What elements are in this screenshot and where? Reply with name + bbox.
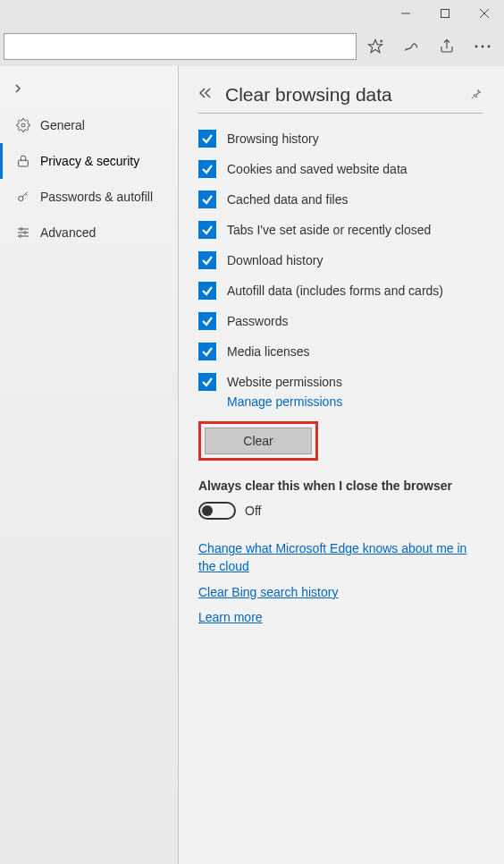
svg-point-15 <box>21 228 23 231</box>
check-tabs-aside[interactable]: Tabs I've set aside or recently closed <box>198 221 483 239</box>
check-browsing-history[interactable]: Browsing history <box>198 130 483 148</box>
close-button[interactable] <box>465 0 504 27</box>
check-passwords[interactable]: Passwords <box>198 312 483 330</box>
check-label: Cached data and files <box>227 192 348 207</box>
toggle-knob <box>202 505 213 516</box>
check-label: Autofill data (includes forms and cards) <box>227 284 443 298</box>
sidebar-item-label: Advanced <box>40 225 96 240</box>
svg-rect-12 <box>19 160 29 166</box>
sidebar-item-general[interactable]: General <box>0 107 178 143</box>
sidebar-back-icon[interactable] <box>0 79 178 107</box>
svg-point-10 <box>488 46 491 48</box>
lock-icon <box>15 153 31 169</box>
check-cached[interactable]: Cached data and files <box>198 191 483 208</box>
svg-point-13 <box>19 196 23 200</box>
check-website-permissions[interactable]: Website permissions <box>198 373 483 391</box>
checkbox-icon <box>198 130 216 148</box>
address-bar[interactable] <box>4 33 357 60</box>
svg-marker-4 <box>369 40 382 53</box>
panel-title: Clear browsing data <box>225 84 470 106</box>
more-icon[interactable] <box>465 29 500 64</box>
check-label: Browsing history <box>227 131 319 146</box>
svg-line-20 <box>472 96 475 98</box>
check-cookies[interactable]: Cookies and saved website data <box>198 160 483 178</box>
sliders-icon <box>15 224 31 241</box>
window-titlebar <box>0 0 504 27</box>
settings-sidebar: General Privacy & security Passwords & a… <box>0 66 179 864</box>
panel-back-icon[interactable] <box>198 87 213 103</box>
key-icon <box>15 189 31 205</box>
sidebar-item-privacy[interactable]: Privacy & security <box>0 143 178 179</box>
link-bing-history[interactable]: Clear Bing search history <box>198 583 483 601</box>
checkbox-icon <box>198 373 216 391</box>
check-downloads[interactable]: Download history <box>198 251 483 269</box>
reading-list-icon[interactable] <box>393 29 429 64</box>
check-autofill[interactable]: Autofill data (includes forms and cards) <box>198 282 483 300</box>
minimize-button[interactable] <box>386 0 425 27</box>
check-label: Media licenses <box>227 344 310 359</box>
svg-point-19 <box>19 235 21 238</box>
link-edge-cloud[interactable]: Change what Microsoft Edge knows about m… <box>198 539 483 576</box>
main-panel: Clear browsing data Browsing history Coo… <box>179 66 504 864</box>
check-label: Download history <box>227 253 323 267</box>
svg-point-9 <box>482 46 484 48</box>
sidebar-item-label: Privacy & security <box>40 154 139 168</box>
checkbox-icon <box>198 282 216 300</box>
maximize-button[interactable] <box>425 0 465 27</box>
toggle-state-label: Off <box>245 504 261 518</box>
svg-point-8 <box>475 46 478 48</box>
manage-permissions-link[interactable]: Manage permissions <box>227 394 483 409</box>
svg-point-11 <box>21 123 25 127</box>
checkbox-icon <box>198 312 216 330</box>
check-label: Tabs I've set aside or recently closed <box>227 223 431 237</box>
sidebar-item-label: General <box>40 118 85 132</box>
check-label: Passwords <box>227 314 288 328</box>
sidebar-item-passwords[interactable]: Passwords & autofill <box>0 179 178 215</box>
check-label: Cookies and saved website data <box>227 162 407 176</box>
checkbox-icon <box>198 160 216 178</box>
clear-button[interactable]: Clear <box>205 428 312 454</box>
check-media-licenses[interactable]: Media licenses <box>198 343 483 360</box>
checkbox-icon <box>198 221 216 239</box>
share-icon[interactable] <box>429 29 465 64</box>
clear-button-highlight: Clear <box>198 421 318 461</box>
svg-point-17 <box>24 232 27 234</box>
gear-icon <box>15 117 31 133</box>
checkbox-icon <box>198 251 216 269</box>
favorites-icon[interactable] <box>357 29 393 64</box>
svg-rect-1 <box>441 10 449 18</box>
always-clear-heading: Always clear this when I close the brows… <box>198 479 483 493</box>
check-label: Website permissions <box>227 375 342 389</box>
pin-icon[interactable] <box>470 88 483 103</box>
sidebar-item-label: Passwords & autofill <box>40 190 153 204</box>
link-learn-more[interactable]: Learn more <box>198 608 483 626</box>
sidebar-item-advanced[interactable]: Advanced <box>0 215 178 250</box>
checkbox-icon <box>198 191 216 208</box>
always-clear-toggle[interactable] <box>198 502 236 520</box>
browser-toolbar <box>0 27 504 66</box>
checkbox-icon <box>198 343 216 360</box>
